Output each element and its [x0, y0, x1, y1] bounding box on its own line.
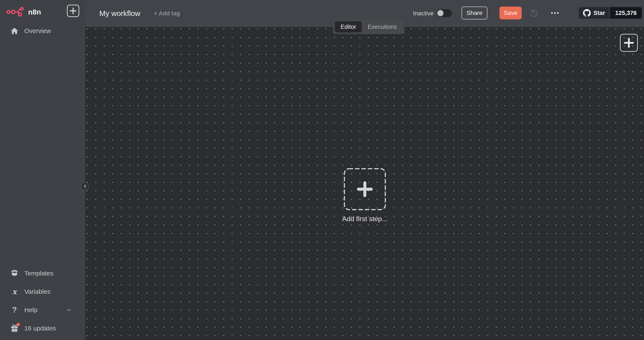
home-icon — [10, 27, 19, 34]
plus-icon — [358, 183, 371, 196]
history-undo-icon — [529, 8, 539, 18]
github-star-label: Star — [594, 10, 605, 16]
sidebar-item-label: Help — [24, 306, 38, 314]
n8n-branch-logo-icon — [6, 7, 24, 17]
sidebar: n8n Overview — [0, 0, 85, 340]
italic-x-icon: x — [10, 288, 19, 295]
share-button[interactable]: Share — [462, 6, 487, 20]
sidebar-item-variables[interactable]: x Variables — [0, 282, 85, 301]
workflow-history-button[interactable] — [528, 7, 540, 19]
tab-editor[interactable]: Editor — [335, 21, 362, 32]
activation-status-label: Inactive — [413, 10, 434, 17]
activation-toggle[interactable] — [436, 9, 452, 17]
github-star-button[interactable]: Star — [579, 7, 610, 19]
add-first-step-button[interactable] — [344, 168, 386, 210]
tab-executions[interactable]: Executions — [362, 21, 402, 32]
updates-badge-dot — [16, 323, 20, 326]
workflow-canvas[interactable]: Add first step... — [85, 27, 644, 340]
sidebar-item-overview[interactable]: Overview — [0, 22, 85, 40]
sidebar-item-label: Variables — [24, 288, 50, 295]
add-tag-button[interactable]: + Add tag — [154, 10, 180, 17]
dashed-node-placeholder — [344, 168, 386, 210]
gift-icon — [10, 324, 19, 332]
chevron-left-icon — [83, 184, 87, 188]
save-button[interactable]: Save — [500, 6, 522, 20]
chevron-down-icon — [66, 307, 72, 313]
more-options-button[interactable] — [549, 7, 561, 19]
sidebar-item-templates[interactable]: Templates — [0, 264, 85, 282]
canvas-add-node-button[interactable] — [620, 34, 638, 52]
sidebar-item-updates[interactable]: 16 updates — [0, 319, 85, 338]
open-box-icon — [10, 270, 19, 277]
new-workflow-button[interactable] — [67, 5, 79, 17]
sidebar-item-label: Overview — [24, 27, 51, 34]
sidebar-item-label: 16 updates — [24, 325, 56, 332]
toggle-knob — [437, 10, 444, 16]
view-mode-tabs: Editor Executions — [333, 20, 404, 34]
plus-icon — [624, 38, 634, 48]
github-star-widget[interactable]: Star 125,376 — [579, 7, 642, 19]
github-icon — [583, 9, 591, 17]
sidebar-collapse-button[interactable] — [81, 182, 89, 190]
n8n-app: Add first step... My workflow + Add tag … — [0, 0, 644, 340]
question-mark-icon: ? — [10, 306, 19, 314]
add-first-step-label: Add first step... — [322, 215, 408, 223]
n8n-logo[interactable]: n8n — [6, 7, 41, 17]
ellipsis-icon — [550, 11, 560, 15]
github-star-count[interactable]: 125,376 — [610, 7, 642, 19]
brand-name: n8n — [28, 8, 41, 16]
plus-icon — [70, 7, 77, 14]
sidebar-item-label: Templates — [24, 270, 54, 277]
sidebar-item-help[interactable]: ? Help — [0, 301, 85, 319]
workflow-title[interactable]: My workflow — [99, 9, 140, 18]
